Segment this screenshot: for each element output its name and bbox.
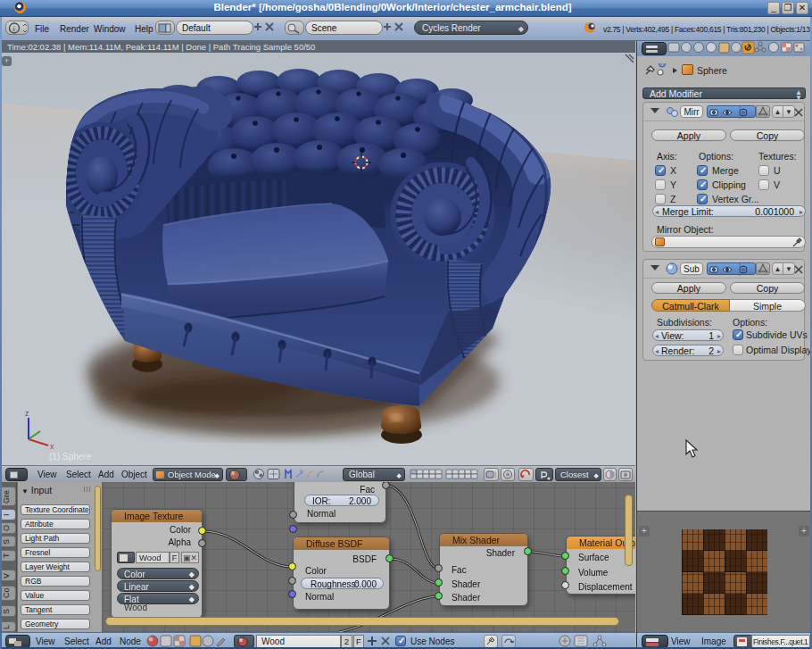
svg-text:(1) Sphere: (1) Sphere xyxy=(49,452,92,462)
svg-text:z: z xyxy=(25,409,29,418)
svg-text:i: i xyxy=(13,24,16,33)
svg-text:x: x xyxy=(50,442,54,451)
